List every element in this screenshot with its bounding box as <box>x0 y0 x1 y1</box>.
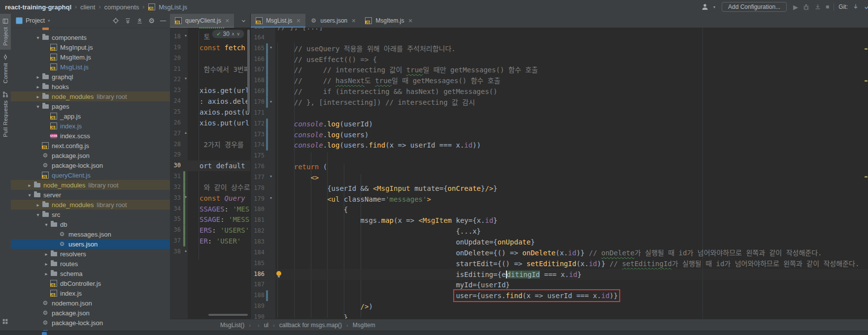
tree-chevron-icon[interactable]: ▾ <box>34 35 41 40</box>
code-line-189[interactable]: 189 />) <box>251 301 868 312</box>
run-button[interactable]: ▶ <box>793 3 798 11</box>
code-line-175[interactable]: 175 <box>251 151 868 161</box>
tree-item-pages[interactable]: ▾pages <box>11 101 170 111</box>
hide-panel-icon[interactable]: — <box>160 17 166 24</box>
tree-chevron-icon[interactable]: ▸ <box>43 261 50 267</box>
breadcrumb-item[interactable]: components <box>104 3 139 11</box>
code-line-32[interactable]: 32 와 같이 상수로 <box>170 182 250 193</box>
tab-MsgItem.js[interactable]: MsgItem.js✕ <box>360 14 417 28</box>
code-line-35[interactable]: 35SSAGE: 'MESS <box>170 214 250 225</box>
code-line-187[interactable]: 187 myId={userId} <box>251 279 868 290</box>
tree-chevron-icon[interactable]: ▾ <box>43 222 50 227</box>
tab-MsgList.js[interactable]: MsgList.js✕ <box>251 14 305 28</box>
code-line-23[interactable]: 23xios.get(url <box>170 85 250 96</box>
code-line-176[interactable]: 176 return ( <box>251 161 868 172</box>
code-line-169[interactable]: 169 // if (intersecting && hasNext) getM… <box>251 86 868 97</box>
fold-marker-icon[interactable]: ▾ <box>185 76 187 81</box>
tree-chevron-icon[interactable]: ▾ <box>26 192 33 198</box>
inspections-widget[interactable]: ✔ 30 ∧ ∨ <box>212 30 244 38</box>
code-line-188[interactable]: 188 user={users.find(x => userId === x.i… <box>251 290 868 301</box>
tab-queryClient.js[interactable]: queryClient.js✕ <box>170 14 234 28</box>
code-line-185[interactable]: 185 startEdit={() => setEditingId(x.id)}… <box>251 258 868 269</box>
tree-item-MsgItem.js[interactable]: MsgItem.js <box>11 52 170 62</box>
hidden-tabs-chevron-icon[interactable] <box>237 14 250 28</box>
git-commit-icon[interactable] <box>864 3 868 10</box>
next-problem-icon[interactable]: ∨ <box>236 31 240 36</box>
tree-item-graphql[interactable]: ▸graphql <box>11 72 170 82</box>
tree-chevron-icon[interactable]: ▾ <box>34 212 41 217</box>
code-line-34[interactable]: 34SSAGES: 'MES <box>170 204 250 214</box>
tree-item-next.config.js[interactable]: next.config.js <box>11 141 170 151</box>
debug-icon[interactable] <box>802 3 810 11</box>
profiler-icon[interactable] <box>814 3 821 10</box>
code-line-24[interactable]: 24: axios.dele <box>170 96 250 107</box>
tree-item-package-lock.json[interactable]: ⚙package-lock.json <box>11 318 170 328</box>
code-line-186[interactable]: 186 isEditing={editingId === x.id} <box>251 269 868 280</box>
code-line-183[interactable]: 183 onUpdate={onUpdate} <box>251 237 868 247</box>
code-line-170[interactable]: 170▴ // }, [intersecting]) // intersecti… <box>251 97 868 108</box>
add-configuration-button[interactable]: Add Configuration... <box>722 2 787 12</box>
tab-users.json[interactable]: ⚙users.json✕ <box>305 14 361 28</box>
user-avatar-icon[interactable] <box>701 3 709 11</box>
left-editor-vscrollbar[interactable] <box>247 30 250 113</box>
tree-item-messages.json[interactable]: ⚙messages.json <box>11 229 170 239</box>
project-panel-title[interactable]: Project <box>26 17 45 24</box>
tree-item-index.js[interactable]: index.js <box>11 288 170 298</box>
tree-item-package.json[interactable]: ⚙package.json <box>11 151 170 160</box>
code-line-178[interactable]: 178 {userId && <MsgInput mutate={onCreat… <box>251 183 868 194</box>
stripe-tab-commit[interactable]: Commit <box>0 50 11 87</box>
tree-item-hooks[interactable]: ▸hooks <box>11 82 170 91</box>
code-line-174[interactable]: 174 console.log(users.find(x => userId =… <box>251 140 868 151</box>
close-icon[interactable]: ✕ <box>296 18 300 24</box>
tree-item-src[interactable]: ▾src <box>11 210 170 219</box>
git-update-icon[interactable] <box>852 3 859 10</box>
code-line-190[interactable]: 190 } <box>251 312 868 319</box>
breadcrumb-item[interactable]: ul <box>263 322 269 329</box>
code-line-22[interactable]: 22▾ <box>170 74 250 85</box>
collapse-all-icon[interactable] <box>136 18 143 24</box>
breadcrumb-item[interactable]: client <box>80 3 95 11</box>
code-line-184[interactable]: 184 onDelete={() => onDelete(x.id)} // o… <box>251 247 868 258</box>
left-editor[interactable]: 18▾ 토19const fetch2021 함수에서 3번째22▾23xios… <box>170 28 250 319</box>
chevron-down-icon[interactable]: ▾ <box>713 5 715 9</box>
tree-item-server[interactable]: ▾server <box>11 190 170 200</box>
tree-chevron-icon[interactable]: ▸ <box>34 94 41 99</box>
error-stripe-mark[interactable] <box>865 80 868 82</box>
code-line-180[interactable]: 180 { <box>251 204 868 215</box>
tree-chevron-icon[interactable]: ▾ <box>34 104 41 109</box>
tree-item-index.js[interactable]: index.js <box>11 121 170 131</box>
tree-item-package.json[interactable]: ⚙package.json <box>11 308 170 318</box>
code-line-177[interactable]: 177▾ <> <box>251 172 868 183</box>
code-line-36[interactable]: 36ERS: 'USERS' <box>170 225 250 236</box>
stripe-tab-pull-requests[interactable]: Pull Requests <box>0 87 11 141</box>
code-line-172[interactable]: 172 console.log(userId) <box>251 119 868 129</box>
code-line-165[interactable]: 165▾ // useQuery 적용을 위해 아래를 주석처리합니다. <box>251 43 868 54</box>
main-editor[interactable]: 163// }, [...]164165▾ // useQuery 적용을 위해… <box>251 28 868 319</box>
stop-button[interactable]: ■ <box>826 3 829 10</box>
error-stripe-mark[interactable] <box>865 176 868 178</box>
left-editor-hscrollbar[interactable] <box>208 314 248 316</box>
breadcrumb-item[interactable]: MsgList() <box>219 322 245 329</box>
code-line-164[interactable]: 164 <box>251 32 868 43</box>
tree-chevron-icon[interactable]: ▸ <box>34 84 41 90</box>
tree-item-db[interactable]: ▾db <box>11 219 170 229</box>
breadcrumb-item[interactable]: MsgList.js <box>159 3 187 11</box>
tree-item-routes[interactable]: ▸routes <box>11 259 170 269</box>
fold-marker-icon[interactable]: ▾ <box>185 195 187 199</box>
code-line-168[interactable]: 168 // // hasNext도 true일 때 getMessages()… <box>251 75 868 86</box>
tree-item-nodemon.json[interactable]: ⚙nodemon.json <box>11 298 170 308</box>
code-line-181[interactable]: 181 msgs.map(x => <MsgItem key={x.id} <box>251 215 868 226</box>
code-line-171[interactable]: 171 <box>251 108 868 119</box>
code-line-173[interactable]: 173 console.log(users) <box>251 129 868 140</box>
fold-marker-icon[interactable]: ▾ <box>270 45 272 50</box>
close-icon[interactable]: ✕ <box>408 18 413 24</box>
tree-item-dbController.js[interactable]: dbController.js <box>11 278 170 288</box>
tree-item-components[interactable]: ▾components <box>11 32 170 42</box>
stripe-tab-project[interactable]: Project <box>0 14 11 50</box>
gear-icon[interactable]: ⚙ <box>148 17 155 25</box>
tree-item-schema[interactable]: ▸schema <box>11 269 170 278</box>
code-line-30[interactable]: 30ort default <box>170 160 250 171</box>
code-line-37[interactable]: 37ER: 'USER' <box>170 236 250 246</box>
tree-item-partial[interactable] <box>11 28 170 32</box>
fold-marker-icon[interactable]: ▾ <box>270 196 272 200</box>
